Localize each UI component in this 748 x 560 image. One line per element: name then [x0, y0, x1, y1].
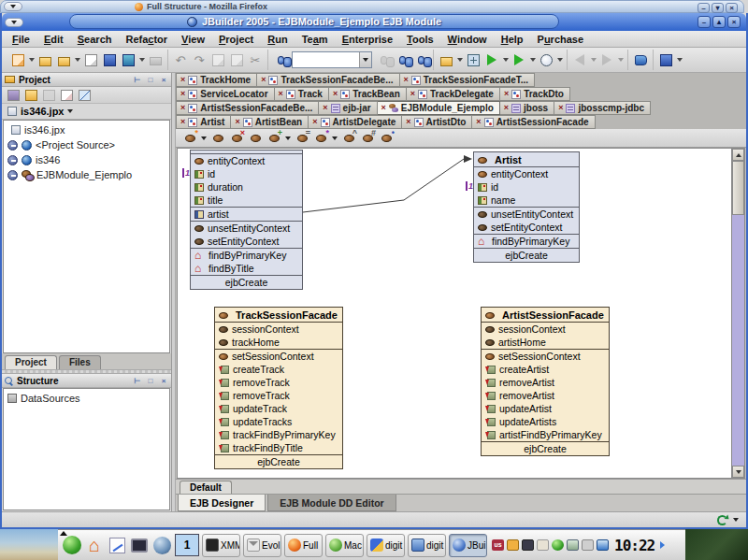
shade-button[interactable] [5, 18, 23, 27]
close-button[interactable]: × [726, 3, 738, 13]
member-entitycontext[interactable]: entityContext [474, 167, 579, 180]
vertical-scrollbar[interactable] [731, 149, 744, 478]
view-tab-ejb-designer[interactable]: EJB Designer [178, 495, 266, 511]
project-panel-header[interactable]: Project ⊢ □ × [2, 73, 171, 87]
create-ejb-dropdown[interactable] [200, 130, 208, 146]
statusbar-dropdown[interactable] [733, 518, 739, 522]
ejb-diagram-canvas[interactable]: entityContextiddurationtitleartistunsetE… [178, 149, 731, 478]
member-createartist[interactable]: createArtist [482, 363, 609, 376]
file-tab-trackdelegate[interactable]: ×TrackDelegate [407, 87, 500, 101]
file-tab-ejbmodule-ejemplo[interactable]: ×EJBModule_Ejemplo [378, 101, 500, 115]
profile-project-dropdown[interactable] [555, 50, 564, 69]
back-button[interactable] [570, 50, 589, 69]
artist-session-facade-box[interactable]: ArtistSessionFacadesessionContextartistH… [481, 307, 610, 456]
maximize-panel-button[interactable]: □ [146, 377, 155, 385]
new-file-dropdown[interactable] [27, 50, 36, 69]
minimize-button[interactable]: – [698, 3, 710, 13]
add-files-button[interactable] [43, 90, 55, 101]
maximize-button[interactable]: ▴ [712, 16, 726, 28]
shade-button[interactable] [4, 2, 22, 11]
open-project-dropdown[interactable] [73, 50, 81, 69]
maximize-panel-button[interactable]: □ [146, 76, 155, 84]
terminal-launcher[interactable] [129, 535, 150, 555]
keyboard-layout-us[interactable]: us [492, 539, 504, 551]
open-for-project-button[interactable] [25, 90, 37, 101]
new-file-button[interactable] [8, 50, 27, 69]
file-tab-trackbean[interactable]: ×TrackBean [329, 87, 407, 101]
member-entitycontext[interactable]: entityContext [191, 154, 302, 167]
cut-button[interactable]: ✂ [246, 50, 265, 69]
member-unsetentitycontext[interactable]: unsetEntityContext [191, 222, 302, 235]
ejb-properties-button[interactable]: # [359, 130, 376, 146]
menu-window[interactable]: Window [441, 33, 494, 46]
expand-handle[interactable] [7, 155, 18, 165]
regenerate-interfaces-button[interactable]: + [266, 130, 282, 146]
expand-handle[interactable] [7, 140, 18, 151]
titlebar[interactable]: JBuilder 2005 - EJBModule_Ejemplo EJB Mo… [2, 13, 746, 31]
member-removetrack[interactable]: removeTrack [215, 389, 342, 402]
file-tab-artistsessionfacadebe---[interactable]: ×ArtistSessionFacadeBe... [176, 101, 319, 115]
search-input[interactable] [293, 55, 359, 65]
member-trackhome[interactable]: trackHome [215, 336, 342, 349]
import-button[interactable] [81, 50, 100, 69]
suse-menu-launcher[interactable] [62, 535, 82, 555]
pin-panel-button[interactable]: ⊢ [133, 377, 142, 385]
search-combo-dropdown[interactable] [359, 52, 371, 67]
file-tab-artistsessionfacade[interactable]: ×ArtistSessionFacade [472, 115, 595, 129]
member-artisthome[interactable]: artistHome [482, 336, 609, 349]
file-tab-artistdto[interactable]: ×ArtistDto [402, 115, 472, 129]
pin-panel-button[interactable]: ⊢ [133, 76, 142, 84]
close-tab-icon[interactable]: × [279, 90, 283, 98]
close-button[interactable]: × [727, 16, 741, 28]
file-tab-track[interactable]: ×Track [275, 87, 329, 101]
recycle-icon[interactable] [717, 515, 727, 525]
open-file-button[interactable] [36, 50, 54, 69]
file-tab-jbosscmp-jdbc[interactable]: ×jbosscmp-jdbc [554, 101, 651, 115]
text-editor-launcher[interactable] [107, 535, 127, 555]
maximize-button[interactable]: ▾ [712, 3, 724, 13]
member-findbytitle[interactable]: findByTitle [191, 262, 302, 275]
task-button-jbui[interactable]: JBui [449, 534, 487, 557]
debug-project-button[interactable] [510, 50, 528, 69]
close-tab-icon[interactable]: × [235, 118, 239, 126]
background-window-titlebar[interactable]: Full Structure - Mozilla Firefox – ▾ × [0, 0, 744, 13]
task-button-mac[interactable]: Mac [325, 534, 364, 557]
view-tab-ejb-module-dd-editor[interactable]: EJB Module DD Editor [267, 495, 396, 511]
delete-ejb-button[interactable]: × [228, 130, 245, 146]
menu-refactor[interactable]: Refactor [119, 33, 174, 46]
tray-app-3[interactable] [522, 539, 534, 551]
menu-edit[interactable]: Edit [37, 33, 70, 46]
member-ejbcreate[interactable]: ejbCreate [474, 249, 579, 262]
member-artist[interactable]: artist [191, 208, 302, 221]
member-ejbcreate[interactable]: ejbCreate [482, 442, 609, 455]
close-tab-icon[interactable]: × [323, 104, 327, 112]
clock[interactable]: 10:22 [611, 537, 657, 554]
task-button-xmm[interactable]: XMM [202, 534, 240, 557]
scroll-up-button[interactable] [732, 149, 744, 161]
menu-run[interactable]: Run [261, 33, 294, 46]
file-tab-servicelocator[interactable]: ×ServiceLocator [176, 87, 275, 101]
tree-item-is346-jpx[interactable]: is346.jpx [4, 122, 169, 137]
menu-view[interactable]: View [175, 33, 211, 46]
close-tab-icon[interactable]: × [406, 118, 410, 126]
create-cmp-dropdown[interactable] [331, 130, 338, 146]
member-title[interactable]: title [191, 194, 302, 207]
member-updateartists[interactable]: updateArtists [482, 415, 609, 428]
view-bean-button[interactable] [247, 130, 264, 146]
expand-handle[interactable] [7, 170, 18, 180]
find-classes-button[interactable] [411, 50, 430, 69]
member-setentitycontext[interactable]: setEntityContext [191, 235, 302, 248]
back-dropdown[interactable] [589, 50, 597, 69]
close-project-button[interactable] [7, 90, 20, 101]
member-findbyprimarykey[interactable]: findByPrimaryKey [474, 235, 579, 248]
member-setsessioncontext[interactable]: setSessionContext [215, 350, 342, 363]
tree-item-ejbmodule-ejemplo[interactable]: EJBModule_Ejemplo [4, 167, 169, 182]
member-removetrack[interactable]: removeTrack [215, 376, 342, 389]
menu-enterprise[interactable]: Enterprise [336, 33, 399, 46]
save-all-dropdown[interactable] [137, 50, 146, 69]
profile-project-button[interactable] [537, 50, 555, 69]
close-tab-icon[interactable]: × [261, 76, 266, 84]
save-all-button[interactable] [119, 50, 137, 69]
diagram-tab-default[interactable]: Default [180, 481, 232, 494]
file-tab-ejb-jar[interactable]: ×ejb-jar [319, 101, 377, 115]
